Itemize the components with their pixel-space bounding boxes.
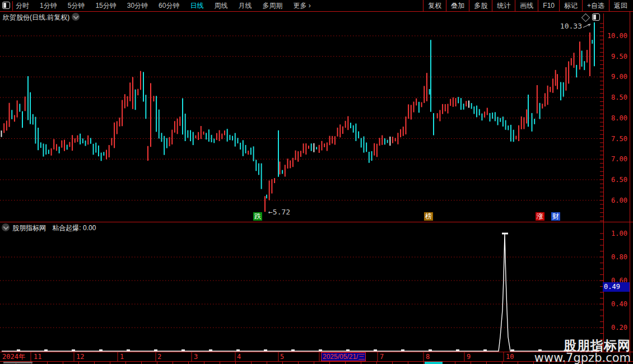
price-axis-label: 9.50 (611, 53, 627, 60)
clipped-cell-border (329, 362, 330, 364)
low-annotation: ←5.72 (268, 208, 290, 216)
axis-tick-dash (17, 349, 20, 351)
chevron-down-icon[interactable] (72, 13, 80, 21)
clipped-cell-border (518, 362, 518, 364)
toolbar-button-7[interactable]: 标记 (559, 0, 582, 11)
clipped-text (3, 362, 32, 363)
flag-财[interactable]: 财 (551, 212, 560, 221)
clipped-cell-border (455, 362, 455, 364)
price-axis-label: 6.50 (611, 176, 627, 184)
indicator-name: 粘合起爆: (52, 224, 81, 232)
axis-tick-dash (127, 349, 130, 351)
indicator-value: 0.00 (83, 224, 96, 232)
period-tab-5[interactable]: 30分钟 (127, 1, 148, 11)
toolbar-button-9[interactable]: 返回 (609, 0, 632, 11)
indicator-source[interactable]: 股朋指标网 (12, 224, 46, 232)
axis-tick-dash (181, 349, 185, 351)
period-tab-10[interactable]: 多周期 (262, 1, 282, 11)
toolbar-separator (12, 1, 13, 11)
clipped-cell-border (157, 362, 157, 364)
period-tab-6[interactable]: 60分钟 (159, 1, 179, 11)
clipped-cell-border (408, 362, 408, 364)
period-tab-1[interactable]: 分时 (16, 1, 29, 11)
month-label: 1 (120, 353, 124, 361)
indicator-current-value-badge: 0.49 (603, 282, 630, 292)
period-tab-2[interactable]: 1分钟 (40, 1, 57, 11)
indicator-axis-label: 0.40 (611, 300, 627, 308)
chevron-down-icon[interactable] (2, 223, 10, 231)
flag-涨[interactable]: 涨 (536, 212, 544, 221)
pane-separator (0, 222, 633, 222)
clipped-cell-border (173, 362, 173, 364)
selected-date-badge[interactable]: 2025/05/21/三 (321, 352, 366, 361)
axis-tick-dash (319, 349, 322, 351)
flag-跌[interactable]: 跌 (253, 212, 262, 221)
clipped-cell-border (141, 362, 142, 364)
clipped-cell-border (423, 362, 424, 364)
toolbar-button-4[interactable]: 统计 (492, 0, 515, 11)
watermark: 股朋指标网 www.7gpzb.com (534, 339, 631, 364)
clipped-cell-border (486, 362, 487, 364)
period-tab-4[interactable]: 15分钟 (95, 1, 116, 11)
toolbar-button-1[interactable]: 复权 (423, 0, 446, 11)
candlesticks (2, 22, 595, 212)
clipped-cell-border (78, 362, 79, 364)
period-tab-11[interactable]: 更多 › (293, 1, 310, 11)
indicator-spike-line (2, 234, 599, 351)
clipped-cell-border (47, 362, 48, 364)
month-label: 2024年 (2, 353, 25, 361)
period-tabs: 分时1分钟5分钟15分钟30分钟60分钟日线周线月线多周期更多 › (16, 0, 311, 11)
right-border-line (630, 12, 630, 364)
axis-tick-dash (374, 349, 377, 351)
axis-tick-dash (236, 349, 240, 351)
indicator-axis-label: 0.20 (611, 324, 627, 332)
axis-tick-dash (456, 349, 459, 351)
clipped-cell-border (125, 362, 126, 364)
price-axis-label: 8.50 (611, 94, 627, 101)
indicator-axis-label: 1.00 (611, 230, 627, 237)
axis-tick-dash (99, 349, 103, 351)
price-axis-label: 6.00 (611, 197, 627, 204)
panel-toggle-icon[interactable] (2, 2, 10, 9)
month-label: 5 (280, 353, 284, 361)
axis-tick-dash (291, 349, 295, 351)
price-axis-label: 10.00 (607, 32, 627, 40)
clipped-cell-border (392, 362, 393, 364)
axis-tick-dash (511, 349, 514, 351)
clipped-cell-border (110, 362, 110, 364)
month-label: 3 (194, 353, 198, 361)
watermark-url: www.7gpzb.com (534, 352, 631, 364)
toolbar-button-6[interactable]: F10 (538, 0, 559, 11)
top-toolbar: 分时1分钟5分钟15分钟30分钟60分钟日线周线月线多周期更多 › 复权叠加多股… (0, 0, 633, 11)
toolbar-button-5[interactable]: 画线 (515, 0, 538, 11)
period-tab-7[interactable]: 日线 (190, 1, 203, 11)
clipped-cell-border (361, 362, 361, 364)
toolbar-button-8[interactable]: +自选 (582, 0, 609, 11)
flag-榜[interactable]: 榜 (424, 212, 433, 221)
clipped-cell-border (376, 362, 377, 364)
clipped-cell-border (282, 362, 283, 364)
period-tab-3[interactable]: 5分钟 (68, 1, 85, 11)
period-tab-8[interactable]: 周线 (214, 1, 227, 11)
period-tab-9[interactable]: 月线 (238, 1, 252, 11)
app-window: 10.009.509.008.508.007.507.006.506.0010.… (0, 0, 633, 364)
month-label: 12 (76, 353, 84, 361)
indicator-header: 股朋指标网 粘合起爆: 0.00 (12, 223, 96, 233)
month-label: 11 (34, 353, 41, 361)
month-label: 2 (157, 353, 161, 361)
clipped-cell-border (314, 362, 314, 364)
month-label: 10 (506, 353, 514, 361)
price-axis-label: 7.00 (611, 155, 627, 163)
axis-tick-dash (429, 349, 432, 351)
clipped-cell-border (298, 362, 299, 364)
month-label: 4 (237, 353, 241, 361)
chart-plot-area[interactable]: 10.009.509.008.508.007.507.006.506.0010.… (0, 0, 633, 364)
price-axis-line (603, 13, 604, 352)
toolbar-button-3[interactable]: 多股 (469, 0, 492, 11)
clipped-cell-border (188, 362, 189, 364)
price-axis-label: 8.00 (611, 114, 627, 122)
toolbar-button-2[interactable]: 叠加 (446, 0, 469, 11)
clipped-cell-border (471, 362, 471, 364)
axis-tick-dash (401, 349, 404, 351)
high-annotation: 10.33 (560, 22, 582, 30)
